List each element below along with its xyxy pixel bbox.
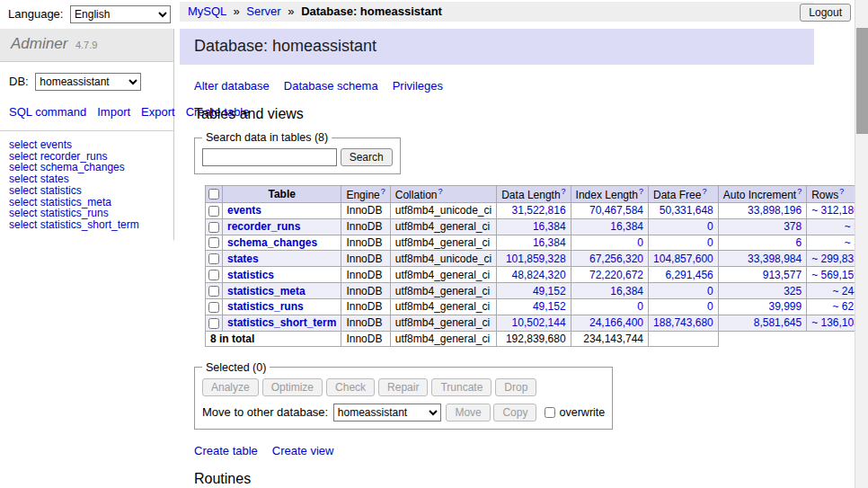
index-length-link[interactable]: 0 (637, 236, 643, 249)
data-length-link[interactable]: 16,384 (533, 236, 566, 249)
index-length-link[interactable]: 24,166,400 (589, 316, 643, 329)
data-free-link[interactable]: 0 (707, 220, 713, 233)
data-free-link[interactable]: 0 (707, 300, 713, 313)
data-free-link[interactable]: 104,857,600 (653, 253, 713, 265)
data-free-link-cell: 0 (649, 235, 719, 251)
row-checkbox[interactable] (208, 318, 219, 329)
table-link[interactable]: statistics (227, 269, 274, 281)
language-select[interactable]: English (70, 5, 171, 23)
rows-link[interactable]: ~ 569,159 (811, 269, 860, 281)
db-link-database-schema[interactable]: Database schema (284, 79, 378, 93)
help-link[interactable]: ? (381, 187, 385, 196)
help-link[interactable]: ? (839, 187, 844, 196)
db-link-privileges[interactable]: Privileges (393, 79, 443, 93)
index-length-link[interactable]: 72,220,672 (589, 269, 643, 281)
sidebar-table-links: select eventsselect recorder_runsselect … (0, 131, 173, 235)
auto-increment-link[interactable]: 6 (795, 236, 802, 249)
optimize-button[interactable]: Optimize (262, 378, 323, 396)
move-db-select[interactable]: homeassistant (333, 404, 441, 421)
data-length-link[interactable]: 101,859,328 (506, 253, 566, 265)
logout-button[interactable]: Logout (800, 4, 851, 22)
tables-tbody: eventsInnoDButf8mb4_unicode_ci31,522,816… (206, 203, 868, 332)
auto-increment-link[interactable]: 33,898,196 (748, 204, 802, 217)
row-checkbox[interactable] (208, 270, 219, 280)
truncate-button[interactable]: Truncate (431, 378, 492, 396)
column-header-auto-increment: Auto Increment? (718, 186, 806, 203)
help-link[interactable]: ? (797, 187, 802, 196)
search-button[interactable]: Search (341, 148, 393, 166)
breadcrumb-server-link[interactable]: Server (246, 4, 280, 18)
table-link[interactable]: states (227, 253, 259, 265)
table-link[interactable]: schema_changes (227, 236, 317, 249)
analyze-button[interactable]: Analyze (202, 378, 259, 396)
data-length-link[interactable]: 10,502,144 (512, 316, 566, 329)
help-link[interactable]: ? (639, 187, 643, 196)
sidebar-table-link-select-statistics[interactable]: select statistics (9, 185, 164, 197)
search-input[interactable] (202, 148, 337, 166)
table-link[interactable]: statistics_runs (227, 300, 304, 313)
move-button[interactable]: Move (446, 404, 490, 421)
index-length-link[interactable]: 16,384 (610, 220, 643, 233)
row-checkbox[interactable] (208, 206, 219, 217)
table-link[interactable]: statistics_meta (227, 285, 306, 297)
auto-increment-link[interactable]: 378 (784, 220, 802, 233)
row-checkbox[interactable] (208, 286, 219, 297)
adminer-logo-link[interactable]: Adminer (11, 35, 67, 52)
data-length-link[interactable]: 48,824,320 (512, 269, 566, 281)
data-length-link[interactable]: 16,384 (533, 220, 566, 233)
sidebar-table-link-select-events[interactable]: select events (9, 139, 164, 151)
link-create-view[interactable]: Create view (272, 444, 334, 457)
db-label: DB: (9, 75, 29, 88)
row-checkbox[interactable] (208, 222, 219, 233)
data-free-link[interactable]: 188,743,680 (653, 316, 713, 329)
row-checkbox[interactable] (208, 237, 219, 248)
rows-link[interactable]: ~ 299,833 (811, 253, 860, 265)
row-checkbox[interactable] (208, 253, 219, 264)
data-free-link[interactable]: 6,291,456 (665, 269, 713, 281)
sidebar-link-export[interactable]: Export (141, 105, 175, 119)
help-link[interactable]: ? (702, 187, 706, 196)
sidebar-table-link-select-states[interactable]: select states (9, 173, 164, 185)
rows-link[interactable]: ~ 136,108 (811, 316, 860, 329)
table-link[interactable]: recorder_runs (227, 220, 300, 233)
sidebar-link-import[interactable]: Import (97, 105, 130, 119)
help-link[interactable]: ? (562, 187, 566, 196)
db-link-alter-database[interactable]: Alter database (194, 79, 270, 93)
rows-link[interactable]: ~ 312,180 (811, 204, 860, 217)
sidebar-table-link-select-statistics-short-term[interactable]: select statistics_short_term (9, 219, 164, 231)
db-select[interactable]: homeassistant (35, 73, 141, 91)
index-length-link[interactable]: 70,467,584 (589, 204, 643, 217)
table-link[interactable]: statistics_short_term (227, 316, 336, 329)
auto-increment-link[interactable]: 33,398,984 (748, 253, 802, 265)
check-button[interactable]: Check (326, 378, 375, 396)
auto-increment-link[interactable]: 325 (784, 285, 802, 297)
repair-button[interactable]: Repair (378, 378, 428, 396)
select-all-checkbox[interactable] (208, 189, 219, 200)
data-length-link[interactable]: 49,152 (533, 300, 566, 313)
copy-button[interactable]: Copy (493, 404, 536, 421)
table-link-cell: statistics_short_term (223, 315, 341, 331)
row-checkbox[interactable] (208, 302, 219, 313)
scrollbar-thumb[interactable] (856, 28, 868, 134)
data-free-link[interactable]: 50,331,648 (660, 204, 713, 217)
sidebar-link-sql-command[interactable]: SQL command (9, 105, 86, 119)
overwrite-checkbox[interactable] (545, 407, 555, 418)
scrollbar[interactable] (855, 0, 868, 488)
collation-cell: utf8mb4_unicode_ci (390, 251, 496, 267)
data-free-link[interactable]: 0 (707, 285, 713, 297)
table-link[interactable]: events (227, 204, 261, 217)
index-length-link[interactable]: 0 (637, 300, 643, 313)
auto-increment-link[interactable]: 913,577 (763, 269, 802, 281)
adminer-version[interactable]: 4.7.9 (75, 40, 97, 50)
link-create-table[interactable]: Create table (194, 444, 258, 457)
index-length-link[interactable]: 67,256,320 (589, 253, 643, 265)
auto-increment-link[interactable]: 8,581,645 (754, 316, 802, 329)
drop-button[interactable]: Drop (495, 378, 536, 396)
breadcrumb-mysql-link[interactable]: MySQL (188, 4, 226, 18)
help-link[interactable]: ? (438, 187, 442, 196)
auto-increment-link[interactable]: 39,999 (768, 300, 802, 313)
data-length-link[interactable]: 49,152 (533, 285, 566, 297)
data-length-link[interactable]: 31,522,816 (512, 204, 566, 217)
data-free-link[interactable]: 0 (707, 236, 713, 249)
index-length-link[interactable]: 16,384 (610, 285, 643, 297)
